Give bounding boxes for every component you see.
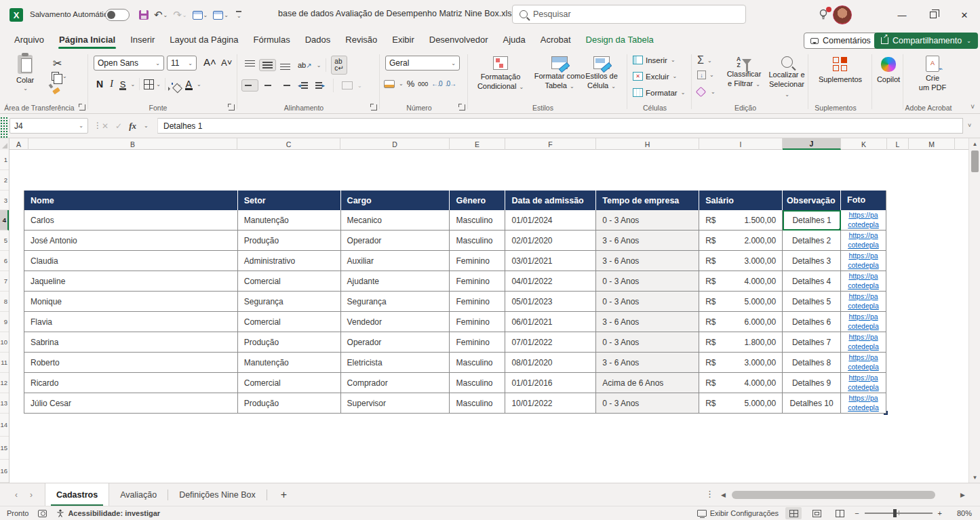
cell-foto[interactable]: https://pacotedepla (841, 251, 886, 271)
header-nome[interactable]: Nome (24, 191, 238, 210)
cell-salario[interactable]: R$1.500,00 (699, 210, 783, 231)
cell-genero[interactable]: Feminino (450, 312, 505, 332)
scroll-right-button[interactable]: ▶ (957, 492, 968, 498)
row-header-9[interactable]: 9 (0, 312, 9, 332)
restore-button[interactable] (918, 0, 949, 30)
dialog-launcher-icon[interactable] (229, 104, 235, 111)
cell-observacao-selected[interactable]: Detalhes 1 (783, 210, 841, 231)
cell-nome[interactable]: Carlos (24, 210, 238, 231)
name-box[interactable]: J4 ⌄ (9, 118, 88, 134)
row-header-4-selected[interactable]: 4 (0, 210, 9, 231)
cell-genero[interactable]: Masculino (450, 231, 505, 251)
cell-cargo[interactable]: Mecanico (341, 210, 450, 231)
customize-qat-button[interactable]: ⌄ (232, 11, 246, 19)
fill-button[interactable]: ↓⌄ (697, 71, 714, 79)
share-button[interactable]: Compartilhamento ⌄ (874, 33, 978, 49)
header-tempo-empresa[interactable]: Tempo de empresa (596, 191, 699, 210)
cell-foto[interactable]: https://pacotedepla (841, 271, 886, 292)
cell-nome[interactable]: José Antonio (24, 231, 238, 251)
scrollbar-thumb[interactable] (971, 151, 979, 172)
row-header-13[interactable]: 13 (0, 393, 9, 414)
tab-revisao[interactable]: Revisão (338, 31, 385, 50)
conditional-formatting-button[interactable]: FormataçãoCondicional ⌄ (473, 56, 528, 92)
cell-cargo[interactable]: Segurança (341, 292, 450, 312)
cell-nome[interactable]: Jaqueline (24, 271, 238, 292)
cell-genero[interactable]: Feminino (450, 271, 505, 292)
align-right-button[interactable] (277, 79, 294, 92)
dialog-launcher-icon[interactable] (459, 104, 465, 111)
vertical-scrollbar[interactable]: ▲ ▼ (968, 138, 980, 483)
create-pdf-button[interactable]: A Crieum PDF (916, 56, 949, 93)
cell-cargo[interactable]: Auxiliar (341, 251, 450, 271)
grow-font-button[interactable]: A˄ (201, 56, 219, 68)
cell-admissao[interactable]: 03/01/2021 (505, 251, 596, 271)
dialog-launcher-icon[interactable] (79, 104, 85, 111)
cancel-entry-button[interactable]: ✕ (102, 121, 109, 131)
row-header-12[interactable]: 12 (0, 373, 9, 393)
row-header-8[interactable]: 8 (0, 292, 9, 312)
row-header-1[interactable]: 1 (0, 150, 9, 170)
zoom-slider[interactable] (865, 513, 933, 514)
cell-admissao[interactable]: 06/01/2021 (505, 312, 596, 332)
cell-observacao[interactable]: Detalhes 7 (783, 332, 841, 353)
tab-desenvolvedor[interactable]: Desenvolvedor (422, 31, 496, 50)
select-all-button[interactable] (0, 138, 9, 150)
font-size-combo[interactable]: 11⌄ (167, 56, 197, 71)
next-sheet-button[interactable]: › (30, 490, 33, 500)
table-tool-button[interactable]: ⌄ (191, 11, 210, 20)
column-header-m[interactable]: M (909, 138, 955, 150)
cell-tempo[interactable]: Acima de 6 Anos (596, 373, 699, 393)
align-top-button[interactable] (241, 58, 258, 73)
cell-cargo[interactable]: Operador (341, 231, 450, 251)
cell-styles-button[interactable]: Estilos deCélula ⌄ (579, 56, 624, 91)
tab-arquivo[interactable]: Arquivo (7, 31, 52, 50)
zoom-slider-thumb[interactable] (893, 509, 897, 517)
column-header-b[interactable]: B (28, 138, 237, 150)
percent-format-button[interactable]: % (407, 79, 415, 89)
search-input[interactable]: Pesquisar (512, 5, 746, 24)
column-header-d[interactable]: D (340, 138, 450, 150)
cell-foto[interactable]: https://pacotedepla (841, 292, 886, 312)
new-sheet-button[interactable]: + (267, 483, 300, 506)
cell-nome[interactable]: Roberto (24, 353, 238, 373)
increase-decimal-button[interactable]: ←.0 (431, 80, 442, 87)
zoom-in-button[interactable]: + (938, 509, 942, 517)
drag-handle[interactable]: ⋮ (94, 121, 102, 130)
expand-formula-bar-button[interactable]: ˅ (968, 122, 971, 129)
scroll-up-button[interactable]: ▲ (969, 138, 980, 149)
row-header-7[interactable]: 7 (0, 271, 9, 292)
number-format-combo[interactable]: Geral⌄ (385, 56, 460, 71)
orientation-button[interactable]: ab↗ (294, 58, 315, 72)
cell-foto[interactable]: https://pacotedepla (841, 373, 886, 393)
tab-inserir[interactable]: Inserir (123, 31, 162, 50)
cell-salario[interactable]: R$4.000,00 (699, 271, 783, 292)
minimize-button[interactable]: — (886, 0, 918, 30)
comments-button[interactable]: Comentários (804, 33, 878, 49)
cell-nome[interactable]: Ricardo (24, 373, 238, 393)
tab-options-button[interactable]: ⋮ (705, 489, 714, 499)
horizontal-scrollbar[interactable]: ◀ ▶ (718, 487, 968, 503)
sort-filter-button[interactable]: AZ Classificare Filtrar ⌄ (723, 56, 765, 89)
bold-button[interactable]: N (94, 79, 106, 89)
confirm-entry-button[interactable]: ✓ (115, 121, 122, 131)
wrap-text-button[interactable]: abc↵ (331, 56, 347, 75)
column-header-a[interactable]: A (9, 138, 28, 150)
cell-genero[interactable]: Feminino (450, 332, 505, 353)
cell-setor[interactable]: Segurança (238, 292, 341, 312)
table-tool-2-button[interactable]: ⌄ (211, 11, 231, 20)
sheet-tab-avaliacao[interactable]: Avaliação (109, 483, 168, 506)
undo-button[interactable]: ↶⌄ (152, 9, 170, 21)
cell-tempo[interactable]: 3 - 6 Anos (596, 312, 699, 332)
macro-record-button[interactable] (38, 510, 47, 517)
excel-logo-icon[interactable]: X (9, 8, 23, 22)
cell-observacao[interactable]: Detalhes 3 (783, 251, 841, 271)
tab-pagina-inicial[interactable]: Página Inicial (52, 31, 123, 50)
cell-setor[interactable]: Manutenção (238, 210, 341, 231)
zoom-out-button[interactable]: − (855, 509, 859, 517)
cell-foto[interactable]: https://pacotedepla (841, 312, 886, 332)
cell-nome[interactable]: Claudia (24, 251, 238, 271)
normal-view-button[interactable] (785, 507, 802, 519)
column-header-h[interactable]: H (596, 138, 699, 150)
cell-admissao[interactable]: 04/01/2022 (505, 271, 596, 292)
user-avatar[interactable] (833, 5, 852, 24)
